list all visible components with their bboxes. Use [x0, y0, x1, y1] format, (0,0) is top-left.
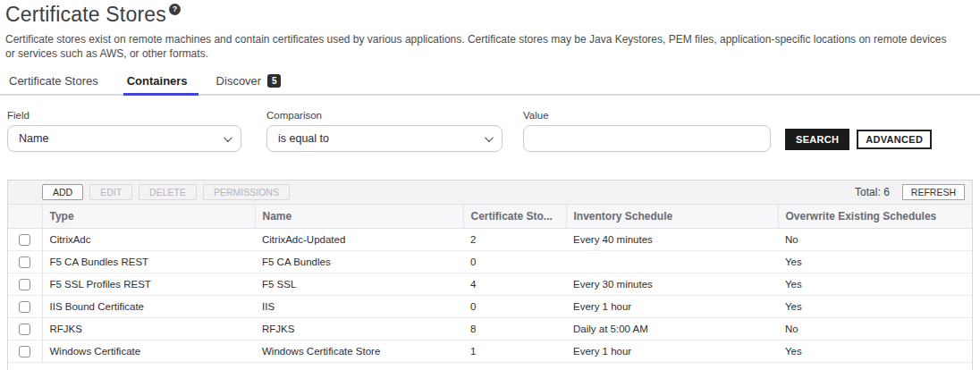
cell-schedule: Every 30 minutes: [566, 273, 778, 295]
column-header-overwrite[interactable]: Overwrite Existing Schedules: [778, 205, 972, 228]
add-button[interactable]: ADD: [42, 184, 83, 200]
cell-schedule: [566, 250, 778, 273]
cell-type: Windows Certificate: [42, 340, 255, 362]
comparison-select-value: is equal to: [278, 132, 329, 145]
total-count: Total: 6: [855, 186, 890, 198]
cell-type: IIS Bound Certificate: [42, 295, 255, 317]
cell-schedule: Every 1 hour: [566, 340, 778, 362]
page-description: Certificate stores exist on remote machi…: [5, 32, 953, 61]
filter-bar: Field Name Comparison is equal to Value …: [0, 110, 980, 153]
cell-overwrite: Yes: [778, 295, 972, 317]
row-checkbox[interactable]: [19, 346, 30, 357]
cell-count: 2: [463, 228, 566, 250]
table-row[interactable]: F5 SSL Profiles REST F5 SSL 4 Every 30 m…: [8, 273, 972, 295]
cell-overwrite: No: [778, 228, 972, 250]
select-column-header: [8, 205, 42, 228]
comparison-label: Comparison: [266, 110, 503, 121]
cell-name: F5 CA Bundles: [255, 250, 463, 273]
tab-containers-label: Containers: [127, 74, 188, 88]
cell-name: Windows Certificate Store: [255, 340, 463, 362]
edit-button[interactable]: EDIT: [89, 184, 132, 200]
row-checkbox[interactable]: [19, 234, 30, 246]
table-row[interactable]: IIS Bound Certificate IIS 0 Every 1 hour…: [8, 295, 972, 317]
cell-name: RFJKS: [255, 317, 463, 340]
grid-footer: [8, 363, 972, 370]
column-header-inventory-schedule[interactable]: Inventory Schedule: [566, 205, 778, 228]
cell-name: F5 SSL: [255, 273, 463, 295]
cell-name: CitrixAdc-Updated: [255, 228, 463, 250]
chevron-down-icon: [224, 133, 232, 142]
grid-toolbar: ADD EDIT DELETE PERMISSIONS Total: 6 REF…: [8, 181, 972, 205]
containers-table: Type Name Certificate Sto... Inventory S…: [8, 205, 972, 363]
cell-overwrite: Yes: [778, 273, 972, 295]
table-row[interactable]: RFJKS RFJKS 8 Daily at 5:00 AM No: [8, 317, 972, 340]
cell-schedule: Every 40 minutes: [566, 228, 778, 250]
chevron-down-icon: [485, 133, 494, 142]
column-header-certificate-stores[interactable]: Certificate Sto...: [463, 205, 566, 228]
table-row[interactable]: CitrixAdc CitrixAdc-Updated 2 Every 40 m…: [8, 228, 972, 250]
cell-overwrite: Yes: [778, 250, 972, 273]
comparison-select[interactable]: is equal to: [266, 125, 503, 152]
cell-overwrite: No: [778, 317, 972, 340]
cell-count: 4: [463, 273, 566, 295]
value-label: Value: [523, 110, 771, 121]
table-header-row: Type Name Certificate Sto... Inventory S…: [8, 205, 972, 228]
help-icon[interactable]: ?: [169, 4, 181, 15]
cell-type: RFJKS: [42, 317, 255, 340]
field-label: Field: [7, 110, 241, 121]
discover-count-badge: 5: [267, 74, 281, 88]
cell-type: F5 CA Bundles REST: [42, 250, 255, 273]
cell-schedule: Daily at 5:00 AM: [566, 317, 778, 340]
advanced-button[interactable]: ADVANCED: [857, 130, 932, 149]
search-button[interactable]: SEARCH: [785, 129, 849, 150]
table-row[interactable]: F5 CA Bundles REST F5 CA Bundles 0 Yes: [8, 250, 972, 273]
cell-type: CitrixAdc: [42, 228, 255, 250]
tab-discover[interactable]: Discover 5: [215, 72, 283, 94]
cell-count: 8: [463, 317, 566, 340]
cell-schedule: Every 1 hour: [566, 295, 778, 317]
field-select-value: Name: [19, 132, 48, 145]
cell-count: 0: [463, 250, 566, 273]
permissions-button[interactable]: PERMISSIONS: [203, 184, 290, 200]
certificate-stores-grid: ADD EDIT DELETE PERMISSIONS Total: 6 REF…: [7, 180, 973, 370]
column-header-name[interactable]: Name: [255, 205, 463, 228]
cell-count: 1: [463, 340, 566, 362]
field-select[interactable]: Name: [7, 125, 241, 152]
page-title: Certificate Stores: [5, 3, 166, 27]
refresh-button[interactable]: REFRESH: [902, 184, 965, 200]
tab-certificate-stores[interactable]: Certificate Stores: [7, 72, 100, 94]
row-checkbox[interactable]: [19, 256, 30, 268]
value-input[interactable]: [523, 125, 771, 152]
tab-containers[interactable]: Containers: [125, 72, 190, 94]
column-header-type[interactable]: Type: [42, 205, 255, 228]
table-row[interactable]: Windows Certificate Windows Certificate …: [8, 340, 972, 362]
cell-type: F5 SSL Profiles REST: [42, 273, 255, 295]
cell-name: IIS: [255, 295, 463, 317]
page-header: Certificate Stores ? Certificate stores …: [0, 0, 980, 61]
tab-bar: Certificate Stores Containers Discover 5: [0, 72, 980, 96]
row-checkbox[interactable]: [19, 279, 30, 290]
tab-discover-label: Discover: [216, 74, 262, 88]
cell-overwrite: Yes: [778, 340, 972, 362]
row-checkbox[interactable]: [19, 301, 30, 313]
cell-count: 0: [463, 295, 566, 317]
tab-certificate-stores-label: Certificate Stores: [9, 74, 98, 88]
delete-button[interactable]: DELETE: [139, 184, 197, 200]
row-checkbox[interactable]: [19, 324, 30, 335]
